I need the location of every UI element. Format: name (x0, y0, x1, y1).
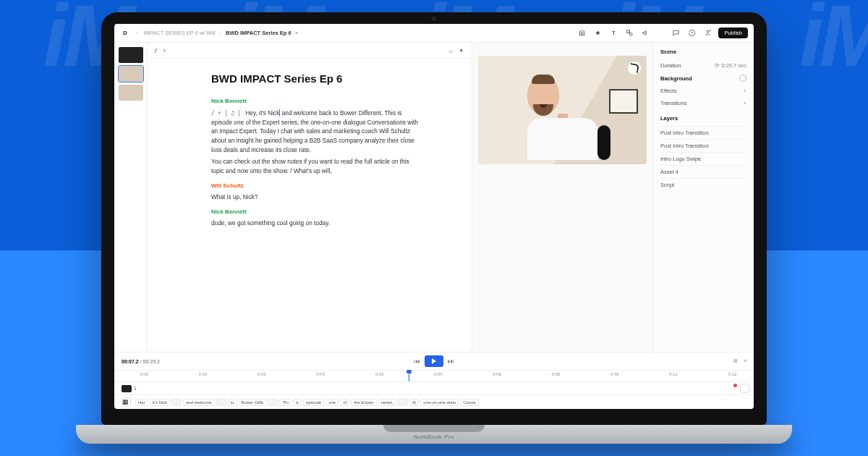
transitions-row[interactable]: Transitions+ (660, 97, 746, 109)
timeline-area: 00:07.2 / 00:29.2 ⏮ ⏭ ⊞ ≡ 0:000:020:030:… (114, 352, 754, 409)
sparkle-icon[interactable]: ✦ (459, 47, 464, 54)
person-avatar (527, 76, 598, 160)
expand-icon[interactable] (740, 384, 749, 393)
speaker-label: Nick Bennett (211, 97, 459, 106)
laptop-brand: NoteBook Pro (414, 434, 454, 440)
microphone (597, 125, 610, 160)
breadcrumb[interactable]: IMPACT SERIES EP 6 w/ Will / BWD IMPACT … (144, 30, 298, 36)
duration-row: Duration ⟳ 0:29.7 sec (660, 59, 746, 72)
layer-item[interactable]: Intro Logo Swipe (660, 152, 746, 165)
zoom-icon[interactable]: ▦ (122, 397, 131, 407)
chevron-left-icon[interactable]: ‹ (136, 30, 138, 36)
transcript-document[interactable]: BWD IMPACT Series Ep 6 Nick Bennett /+|♫… (148, 59, 472, 352)
layer-item[interactable]: Post Intro Transition (660, 126, 746, 139)
paragraph[interactable]: You can check out the show notes if you … (211, 157, 421, 176)
scene-thumbnails: 1 2 3 (114, 43, 148, 352)
clip-block[interactable] (122, 385, 132, 392)
word-chip[interactable]: series, (378, 399, 397, 406)
video-preview[interactable] (478, 56, 647, 164)
app-logo-icon[interactable]: D (120, 28, 130, 38)
list-icon[interactable]: ≡ (744, 358, 746, 364)
inline-tools[interactable]: /+|♫| (211, 109, 241, 118)
word-chip[interactable]: of (340, 399, 349, 406)
camera-icon[interactable] (576, 28, 587, 38)
word-chip[interactable]: Thi (279, 399, 291, 406)
paragraph[interactable]: What is up, Nick? (211, 193, 421, 202)
panel-heading: Scene (660, 48, 746, 55)
word-chip[interactable]: the Expert (351, 399, 376, 406)
paragraph[interactable]: /+|♫| Hey, it's Nick and welcome back to… (211, 109, 421, 155)
comment-icon[interactable] (671, 28, 681, 38)
layer-item[interactable]: Asset 4 (660, 165, 746, 178)
record-dot-icon (733, 384, 737, 387)
text-cursor (279, 109, 280, 117)
play-button[interactable] (425, 355, 443, 367)
wall-picture (609, 89, 638, 114)
publish-button[interactable]: Publish (718, 28, 748, 38)
word-chip[interactable]: is (293, 399, 302, 406)
laptop-base: NoteBook Pro (76, 425, 792, 444)
svg-point-1 (596, 31, 600, 35)
overlay-logo-icon (628, 62, 641, 75)
thumb-3[interactable]: 3 (119, 85, 143, 101)
app-window: D ‹ IMPACT SERIES EP 6 w/ Will / BWD IMP… (114, 24, 754, 409)
time-display: 00:07.2 / 00:29.2 (122, 359, 160, 364)
word-chip[interactable]: … (171, 399, 182, 406)
word-track[interactable]: ▦ Herit's Nick…and welcome…toBower Diffe… (114, 394, 754, 409)
word-chip[interactable]: Her (135, 399, 148, 406)
shapes-icon[interactable] (624, 28, 634, 38)
panel-heading: Layers (660, 115, 746, 122)
paragraph[interactable]: dude, we got something cool going on tod… (211, 219, 421, 228)
thumb-2[interactable]: 2 (119, 66, 143, 82)
word-chip[interactable]: episode (303, 399, 324, 406)
share-icon[interactable] (702, 28, 712, 38)
topbar: D ‹ IMPACT SERIES EP 6 w/ Will / BWD IMP… (114, 24, 754, 43)
word-chip[interactable]: one-on-one dialo (420, 399, 459, 406)
word-chip[interactable]: and welcome (183, 399, 214, 406)
svg-point-3 (629, 33, 632, 36)
svg-rect-2 (627, 30, 630, 33)
playhead[interactable] (409, 371, 409, 381)
script-icon[interactable]: ℓ (155, 47, 157, 54)
speaker-label: Will Schultz (211, 182, 459, 190)
word-chip[interactable]: one (326, 399, 339, 406)
video-preview-panel (472, 43, 652, 352)
word-chip[interactable]: Conve (460, 399, 478, 406)
word-chip[interactable]: … (268, 399, 278, 406)
laptop-mockup: D ‹ IMPACT SERIES EP 6 w/ Will / BWD IMP… (76, 12, 792, 444)
track-row[interactable]: 1 (114, 381, 754, 394)
word-chip[interactable]: to (228, 399, 237, 406)
word-chip[interactable]: … (216, 399, 226, 406)
record-icon[interactable] (592, 28, 603, 38)
text-icon[interactable]: T (608, 28, 618, 38)
layout-icon[interactable]: ⊞ (733, 358, 738, 364)
speaker-label: Nick Bennett (211, 208, 459, 216)
track-number: 1 (134, 386, 137, 391)
svg-point-0 (581, 33, 583, 35)
time-ruler[interactable]: 0:000:020:030:050:030:050:060:080:090:11… (114, 370, 754, 381)
doc-title: BWD IMPACT Series Ep 6 (211, 70, 459, 87)
history-icon[interactable] (686, 28, 697, 38)
search-icon[interactable]: ⌕ (449, 47, 453, 54)
skip-back-icon[interactable]: ⏮ (414, 358, 420, 365)
playbar: 00:07.2 / 00:29.2 ⏮ ⏭ ⊞ ≡ (114, 352, 754, 370)
properties-panel: Scene Duration ⟳ 0:29.7 sec Background E… (652, 43, 754, 352)
background-row[interactable]: Background (660, 72, 746, 85)
svg-point-4 (707, 30, 709, 33)
word-chip[interactable]: th (409, 399, 419, 406)
camera-dot (432, 17, 436, 21)
layer-item[interactable]: Script (660, 178, 746, 191)
word-chip[interactable]: Bower Diffe (239, 399, 267, 406)
audio-icon[interactable] (640, 28, 650, 38)
layer-item[interactable]: Post Intro Transition (660, 139, 746, 152)
word-chip[interactable]: it's Nick (150, 399, 170, 406)
layers-list: Post Intro Transition Post Intro Transit… (660, 126, 746, 191)
word-chip[interactable]: … (398, 399, 408, 406)
effects-row[interactable]: Effects+ (660, 85, 746, 97)
editor-toolbar: ℓ ▾ ⌕ ✦ (148, 43, 472, 59)
thumb-1[interactable]: 1 (119, 47, 143, 63)
skip-forward-icon[interactable]: ⏭ (448, 358, 454, 365)
